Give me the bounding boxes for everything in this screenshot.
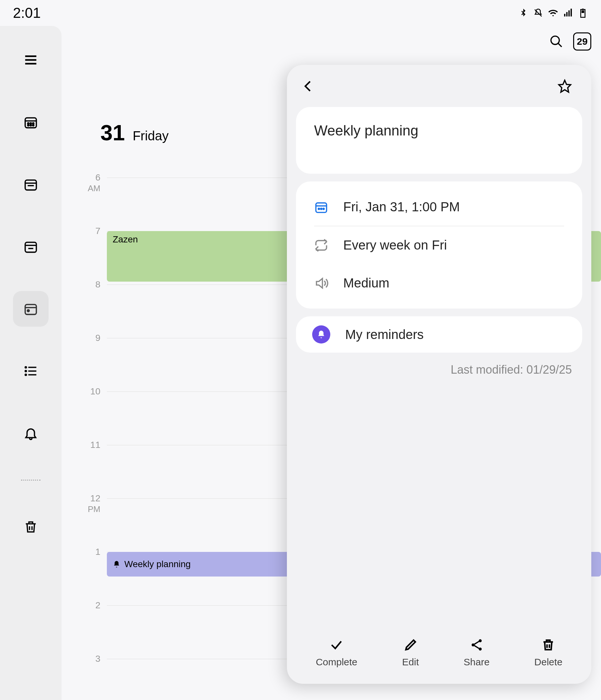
svg-point-28 xyxy=(25,374,27,376)
calendar-week-icon xyxy=(23,177,38,192)
delete-button[interactable]: Delete xyxy=(534,638,563,668)
hour-label: 6 xyxy=(68,172,100,183)
detail-volume-text: Medium xyxy=(343,276,389,290)
back-icon[interactable] xyxy=(301,79,315,93)
svg-point-14 xyxy=(33,125,34,126)
day-number: 31 xyxy=(100,120,125,145)
svg-line-3 xyxy=(558,44,562,47)
detail-group-text: My reminders xyxy=(345,327,423,342)
svg-point-10 xyxy=(30,123,31,124)
hamburger-icon xyxy=(23,52,38,68)
sidebar xyxy=(0,26,61,700)
edit-button[interactable]: Edit xyxy=(402,638,419,668)
svg-rect-0 xyxy=(582,9,583,10)
repeat-icon xyxy=(314,238,328,252)
panel-header xyxy=(287,65,591,103)
svg-point-24 xyxy=(25,367,27,368)
hour-label: 1 xyxy=(68,547,100,557)
svg-point-11 xyxy=(33,123,34,124)
calendar-3day-icon xyxy=(23,239,38,254)
hour-label: 9 xyxy=(68,333,100,343)
svg-rect-15 xyxy=(25,180,36,190)
last-modified: Last modified: 01/29/25 xyxy=(306,363,572,377)
svg-point-13 xyxy=(30,125,31,126)
svg-line-39 xyxy=(474,641,479,644)
battery-icon xyxy=(578,8,588,18)
panel-title-card: Weekly planning xyxy=(296,107,582,174)
detail-datetime[interactable]: Fri, Jan 31, 1:00 PM xyxy=(314,188,564,226)
svg-point-34 xyxy=(320,208,322,209)
bell-icon xyxy=(317,330,326,339)
share-icon xyxy=(470,638,484,652)
ampm-label: PM xyxy=(68,504,100,514)
wifi-icon xyxy=(548,8,558,18)
hour-label: 3 xyxy=(68,654,100,664)
search-icon[interactable] xyxy=(549,34,564,49)
hour-label: 10 xyxy=(68,386,100,397)
panel-details-card: Fri, Jan 31, 1:00 PM Every week on Fri M… xyxy=(296,181,582,308)
hour-label: 12 xyxy=(68,493,100,504)
hour-label: 8 xyxy=(68,279,100,290)
trash-icon xyxy=(541,638,555,652)
bluetooth-icon xyxy=(518,8,528,18)
status-bar: 2:01 xyxy=(0,0,601,26)
menu-button[interactable] xyxy=(13,42,49,78)
panel-group-card[interactable]: My reminders xyxy=(296,316,582,353)
top-bar: 29 xyxy=(549,32,591,51)
day-name: Friday xyxy=(133,129,169,143)
pencil-icon xyxy=(403,638,418,652)
svg-point-26 xyxy=(25,370,27,372)
star-icon[interactable] xyxy=(557,79,572,93)
sidebar-reminders[interactable] xyxy=(13,416,49,451)
sidebar-divider xyxy=(21,480,41,481)
hour-label: 7 xyxy=(68,226,100,236)
sidebar-week-view[interactable] xyxy=(13,167,49,202)
detail-repeat-text: Every week on Fri xyxy=(343,238,447,252)
today-badge[interactable]: 29 xyxy=(573,32,591,51)
complete-button[interactable]: Complete xyxy=(316,638,357,668)
panel-footer: Complete Edit Share Delete xyxy=(287,628,591,684)
signal-icon xyxy=(563,8,573,18)
svg-marker-30 xyxy=(559,80,571,92)
sidebar-trash[interactable] xyxy=(13,509,49,545)
sidebar-month-view[interactable] xyxy=(13,104,49,140)
volume-icon xyxy=(314,276,328,290)
status-icons xyxy=(518,8,588,18)
list-icon xyxy=(23,364,38,378)
sidebar-day-view[interactable] xyxy=(13,291,49,327)
panel-title: Weekly planning xyxy=(314,123,564,158)
svg-point-12 xyxy=(28,125,29,126)
sidebar-list-view[interactable] xyxy=(13,353,49,389)
svg-rect-21 xyxy=(25,305,36,315)
detail-repeat[interactable]: Every week on Fri xyxy=(314,226,564,264)
bell-icon xyxy=(113,560,121,568)
calendar-day-icon xyxy=(23,301,38,316)
bell-icon xyxy=(23,426,38,441)
ampm-label: AM xyxy=(68,183,100,194)
vibrate-icon xyxy=(533,8,543,18)
share-button[interactable]: Share xyxy=(464,638,490,668)
svg-rect-18 xyxy=(25,243,36,252)
check-icon xyxy=(329,638,344,652)
detail-datetime-text: Fri, Jan 31, 1:00 PM xyxy=(343,200,460,214)
svg-point-23 xyxy=(27,310,29,312)
svg-point-35 xyxy=(323,208,324,209)
calendar-month-icon xyxy=(23,115,38,130)
hour-label: 2 xyxy=(68,600,100,610)
detail-volume[interactable]: Medium xyxy=(314,264,564,302)
svg-rect-1 xyxy=(581,10,584,13)
svg-point-33 xyxy=(318,208,320,209)
sidebar-three-day-view[interactable] xyxy=(13,229,49,265)
calendar-icon xyxy=(314,200,328,214)
svg-point-2 xyxy=(551,36,559,45)
status-time: 2:01 xyxy=(13,5,41,21)
event-detail-panel: Weekly planning Fri, Jan 31, 1:00 PM Eve… xyxy=(287,65,591,684)
reminders-circle-icon xyxy=(312,325,330,344)
svg-point-9 xyxy=(28,123,29,124)
hour-label: 11 xyxy=(68,440,100,450)
trash-icon xyxy=(23,520,38,534)
svg-line-40 xyxy=(474,646,479,648)
